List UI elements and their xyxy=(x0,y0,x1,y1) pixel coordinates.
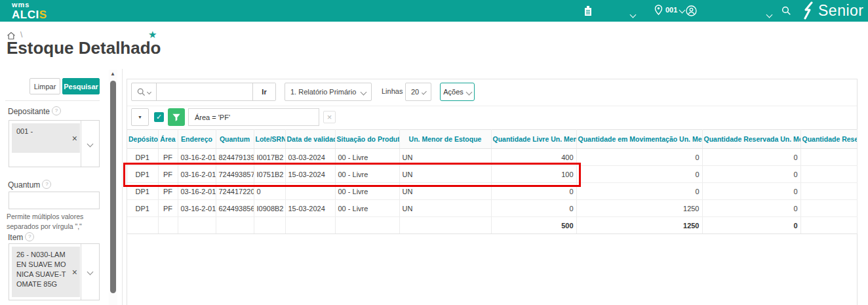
cell xyxy=(800,183,857,200)
filter-condition[interactable]: Área = 'PF' xyxy=(188,108,319,126)
page-title: Estoque Detalhado xyxy=(7,38,161,58)
cell: 1250 xyxy=(576,200,702,217)
divider xyxy=(122,69,123,305)
item-multiselect[interactable]: 26 - N030-LAMEN SUAVE MONICA SUAVE-TOMAT… xyxy=(9,243,100,300)
depositante-multiselect[interactable]: 001 - × xyxy=(9,120,100,167)
summary-cell xyxy=(216,217,254,234)
senior-logo: Senior xyxy=(801,1,863,20)
item-label: Item? xyxy=(8,232,34,242)
quantum-input[interactable] xyxy=(9,192,100,209)
remove-value-icon[interactable]: × xyxy=(72,132,77,144)
chevron-down-icon xyxy=(361,89,367,95)
filter-expand-button[interactable]: ▼ xyxy=(131,108,149,126)
summary-cell: 0 xyxy=(702,217,800,234)
cell: 100 xyxy=(491,166,576,183)
summary-cell xyxy=(335,217,399,234)
header-row: DepósitoÁreaEndereçoQuantumLote/SRNData … xyxy=(127,130,857,149)
column-header-11[interactable]: Quantidade Reserv xyxy=(800,130,857,149)
column-header-1[interactable]: Área xyxy=(158,130,178,149)
table-row[interactable]: DP1PF03-16-2-01724493857I0751B215-03-202… xyxy=(127,166,857,183)
remove-filter-icon[interactable]: × xyxy=(323,111,336,123)
search-icon xyxy=(137,88,146,96)
help-icon[interactable]: ? xyxy=(42,180,51,189)
cell: 0 xyxy=(576,149,702,166)
column-header-10[interactable]: Quantidade Reservada Un. Menor xyxy=(702,130,800,149)
column-header-3[interactable]: Quantum xyxy=(216,130,254,149)
scroll-up-icon[interactable]: ▲ xyxy=(110,71,115,77)
sidebar-scrollbar-thumb[interactable] xyxy=(110,81,116,293)
column-header-9[interactable]: Quantidade em Movimentação Un. Menor xyxy=(576,130,702,149)
summary-cell xyxy=(285,217,335,234)
cell: PF xyxy=(158,166,178,183)
column-header-5[interactable]: Data de validade xyxy=(285,130,335,149)
cell: DP1 xyxy=(127,200,158,217)
report-select[interactable]: 1. Relatório Primário xyxy=(285,83,372,101)
rows-label: Linhas xyxy=(382,87,403,95)
rows-per-page-select[interactable]: 20 xyxy=(405,83,431,101)
app-logo-wms: wms xyxy=(12,1,47,9)
cell: I0908B2 xyxy=(254,200,285,217)
help-icon[interactable]: ? xyxy=(52,106,61,115)
chevron-down-icon[interactable] xyxy=(767,8,772,20)
summary-cell xyxy=(178,217,216,234)
chevron-down-icon xyxy=(422,89,427,94)
cell: DP1 xyxy=(127,166,158,183)
cell: UN xyxy=(399,183,491,200)
cell: 00 - Livre xyxy=(335,200,399,217)
cell: 00 - Livre xyxy=(335,149,399,166)
cell: 0 xyxy=(576,166,702,183)
dropdown-toggle[interactable] xyxy=(81,244,99,300)
facility-icon[interactable] xyxy=(583,5,593,19)
search-submit-button[interactable]: Pesquisar xyxy=(62,78,100,94)
search-options-button[interactable] xyxy=(132,83,157,100)
column-header-8[interactable]: Quantidade Livre Un. Menor xyxy=(491,130,576,149)
cell: 624493856 xyxy=(216,200,254,217)
selected-chip: 001 - × xyxy=(12,123,80,153)
senior-mark-icon xyxy=(801,1,816,20)
cell: 724417220 xyxy=(216,183,254,200)
quantum-label: Quantum? xyxy=(8,180,51,190)
go-button[interactable]: Ir xyxy=(252,83,275,100)
column-header-7[interactable]: Un. Menor de Estoque xyxy=(399,130,491,149)
cell: 0 xyxy=(702,183,800,200)
summary-row: 50012500 xyxy=(127,217,857,234)
cell: 0 xyxy=(576,183,702,200)
column-header-6[interactable]: Situação do Produto xyxy=(335,130,399,149)
cell: 03-16-2-01 xyxy=(178,149,216,166)
depositante-label: Depositante? xyxy=(8,106,61,116)
dropdown-toggle[interactable] xyxy=(81,121,99,167)
cell: 0 xyxy=(491,183,576,200)
report-search-input[interactable] xyxy=(157,83,252,100)
filter-enabled-checkbox[interactable]: ✓ xyxy=(154,112,164,122)
search-icon[interactable] xyxy=(781,6,791,18)
column-header-4[interactable]: Lote/SRN xyxy=(254,130,285,149)
user-icon[interactable] xyxy=(686,5,697,19)
cell: PF xyxy=(158,183,178,200)
cell: UN xyxy=(399,200,491,217)
actions-button[interactable]: Ações xyxy=(440,83,475,101)
summary-cell xyxy=(254,217,285,234)
summary-cell xyxy=(127,217,158,234)
clear-button[interactable]: Limpar xyxy=(30,78,60,94)
divider xyxy=(5,100,100,101)
senior-wordmark: Senior xyxy=(818,2,863,20)
help-icon[interactable]: ? xyxy=(25,232,34,241)
table-row[interactable]: DP1PF03-16-2-01724417220000 - LivreUN000 xyxy=(127,183,857,200)
filter-funnel-icon[interactable] xyxy=(168,108,185,126)
column-header-0[interactable]: Depósito xyxy=(127,130,158,149)
cell: DP1 xyxy=(127,183,158,200)
table-row[interactable]: DP1PF03-16-2-01824479139I0017B203-03-202… xyxy=(127,149,857,166)
cell: 0 xyxy=(702,149,800,166)
cell: PF xyxy=(158,149,178,166)
app-logo[interactable]: wms ALCIS xyxy=(12,1,47,20)
top-navigation-bar: wms ALCIS 001 Senior xyxy=(0,0,868,22)
table-row[interactable]: DP1PF03-16-2-01624493856I0908B215-03-202… xyxy=(127,200,857,217)
location-pin-icon xyxy=(654,5,663,15)
column-header-2[interactable]: Endereço xyxy=(178,130,216,149)
report-search-bar: Ir xyxy=(131,83,276,101)
remove-value-icon[interactable]: × xyxy=(72,266,77,278)
summary-cell xyxy=(158,217,178,234)
cell: 824479139 xyxy=(216,149,254,166)
chevron-down-icon[interactable] xyxy=(631,8,635,20)
location-selector[interactable]: 001 xyxy=(654,5,684,15)
